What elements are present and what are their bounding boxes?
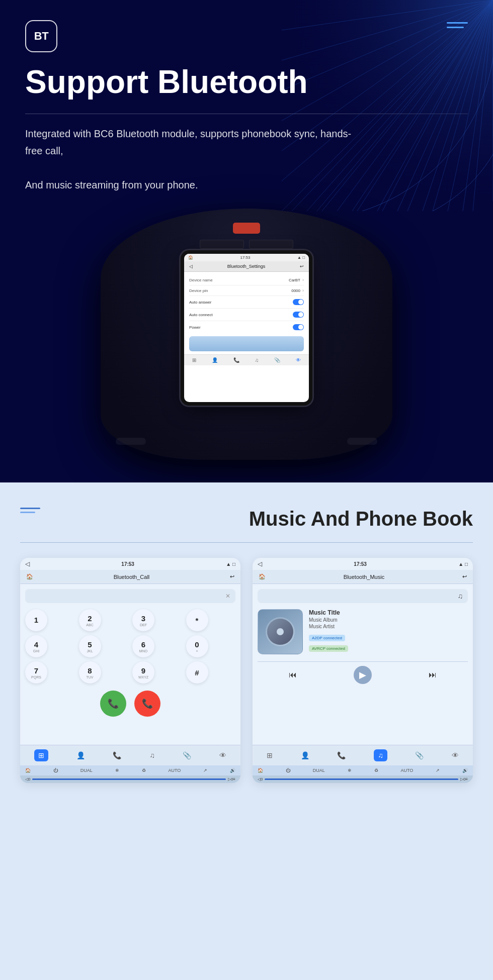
next-button[interactable]: ⏭ — [424, 666, 442, 684]
device-name-row[interactable]: Device name CarBT › — [189, 275, 304, 285]
call-sys-vol[interactable]: 🔊 — [230, 768, 235, 773]
call-nav-phone[interactable]: 📞 — [113, 751, 121, 759]
call-sys-menu2[interactable]: ≡ — [233, 777, 235, 781]
nav-music-icon[interactable]: ♫ — [255, 357, 259, 363]
key-hash[interactable]: # — [186, 661, 208, 683]
nav-phone-icon[interactable]: 📞 — [233, 357, 239, 363]
music-nav-music[interactable]: ♫ — [374, 749, 387, 761]
car-vent-top — [233, 223, 260, 234]
music-nav-person[interactable]: 👤 — [301, 751, 309, 759]
music-controls: ⏮ ▶ ⏭ — [258, 661, 468, 688]
screen-bottom-nav: ⊞ 👤 📞 ♫ 📎 👁 — [184, 354, 309, 365]
power-row[interactable]: Power — [189, 321, 304, 333]
screen-back-icon[interactable]: ◁ — [189, 264, 193, 269]
screen-return-icon[interactable]: ↩ — [300, 264, 304, 269]
music-sys-arrow[interactable]: ↗ — [436, 768, 440, 773]
play-button[interactable]: ▶ — [354, 666, 372, 684]
call-input-clear[interactable]: ✕ — [225, 593, 230, 600]
music-sys-menu2[interactable]: ≡ — [465, 777, 468, 781]
music-nav-clip[interactable]: 📎 — [415, 751, 424, 759]
bottom-section: Music And Phone Book ◁ 17:53 ▲ □ 🏠 Bluet… — [0, 482, 493, 980]
music-sys-recycle[interactable]: ♻ — [374, 768, 378, 773]
call-sys-dual: DUAL — [80, 768, 93, 773]
bottom-hamburger[interactable] — [20, 508, 40, 513]
key-9[interactable]: 9WXYZ — [132, 661, 154, 683]
nav-eye-icon[interactable]: 👁 — [296, 357, 301, 363]
nav-person-icon[interactable]: 👤 — [212, 357, 218, 363]
call-card: ◁ 17:53 ▲ □ 🏠 Bluetooth_Call ↩ ✕ 1 — [20, 558, 240, 783]
keypad-grid: 1 2ABC 3DEF * 4GHI 5JKL 6MNO 0+ 7PQRS 8T… — [25, 609, 235, 683]
call-nav-clip[interactable]: 📎 — [183, 751, 191, 759]
prev-button[interactable]: ⏮ — [284, 666, 302, 684]
call-title: Bluetooth_Call — [114, 574, 150, 580]
screen-title: Bluetooth_Settings — [227, 264, 266, 269]
music-nav-grid[interactable]: ⊞ — [267, 751, 273, 759]
key-7[interactable]: 7PQRS — [25, 661, 47, 683]
auto-answer-toggle[interactable] — [293, 299, 304, 305]
music-statusbar: ◁ 17:53 ▲ □ — [253, 558, 473, 570]
call-sys-0: 0 — [28, 777, 30, 781]
key-0[interactable]: 0+ — [186, 635, 208, 657]
call-nav-eye[interactable]: 👁 — [219, 751, 226, 759]
call-home-icon[interactable]: 🏠 — [26, 573, 33, 580]
call-sys-snowflake[interactable]: ❄ — [115, 768, 119, 773]
call-nav-grid[interactable]: ⊞ — [34, 749, 48, 761]
call-input-bar: ✕ — [25, 589, 235, 603]
music-home-icon[interactable]: 🏠 — [259, 573, 266, 580]
music-bottom-nav: ⊞ 👤 📞 ♫ 📎 👁 — [253, 745, 473, 765]
call-sys-recycle[interactable]: ♻ — [142, 768, 146, 773]
auto-connect-toggle[interactable] — [293, 312, 304, 318]
music-sys-snowflake[interactable]: ❄ — [348, 768, 352, 773]
music-status-icons: ▲ □ — [458, 561, 468, 567]
key-5[interactable]: 5JKL — [79, 635, 101, 657]
call-sys-bar: 🏠 ⏻ DUAL ❄ ♻ AUTO ↗ 🔊 — [20, 765, 240, 775]
call-sys-home[interactable]: 🏠 — [25, 768, 31, 773]
device-pin-row[interactable]: Device pin 0000 › — [189, 285, 304, 296]
svg-line-19 — [463, 0, 493, 211]
call-sys-arrow[interactable]: ↗ — [203, 768, 207, 773]
screen-status-icons: ▲ □ — [297, 255, 305, 260]
hamburger-menu[interactable] — [447, 22, 468, 28]
music-nav-phone[interactable]: 📞 — [337, 751, 346, 759]
call-nav-person[interactable]: 👤 — [76, 751, 85, 759]
call-nav-music[interactable]: ♫ — [149, 751, 155, 759]
auto-answer-row[interactable]: Auto answer — [189, 296, 304, 309]
key-6[interactable]: 6MNO — [132, 635, 154, 657]
key-4[interactable]: 4GHI — [25, 635, 47, 657]
music-return-icon[interactable]: ↩ — [462, 573, 467, 580]
power-label: Power — [189, 325, 201, 330]
music-back-icon[interactable]: ◁ — [258, 560, 262, 567]
key-star[interactable]: * — [186, 609, 208, 631]
music-track-album: Music Album — [309, 617, 468, 623]
svg-line-20 — [433, 0, 493, 211]
key-8[interactable]: 8TUV — [79, 661, 101, 683]
screen-header: ◁ Bluetooth_Settings ↩ — [184, 261, 309, 272]
music-track-title: Music Title — [309, 609, 468, 616]
call-sys-power[interactable]: ⏻ — [53, 768, 58, 773]
music-note-icon[interactable]: ♫ — [458, 592, 463, 600]
hero-title: Support Bluetooth — [25, 64, 468, 100]
auto-connect-row[interactable]: Auto connect — [189, 309, 304, 321]
key-3[interactable]: 3DEF — [132, 609, 154, 631]
music-time: 17:53 — [354, 561, 367, 567]
music-nav-eye[interactable]: 👁 — [452, 751, 459, 759]
call-return-icon[interactable]: ↩ — [230, 573, 234, 580]
key-2[interactable]: 2ABC — [79, 609, 101, 631]
call-accept-button[interactable]: 📞 — [100, 691, 126, 717]
music-sys-vol[interactable]: 🔊 — [462, 768, 468, 773]
hamburger-line-2 — [447, 27, 464, 28]
hamburger-line-1 — [447, 22, 468, 24]
call-decline-button[interactable]: 📞 — [134, 691, 160, 717]
bt-logo: BT — [25, 20, 57, 52]
nav-clip-icon[interactable]: 📎 — [274, 357, 280, 363]
call-back-icon[interactable]: ◁ — [25, 560, 30, 567]
svg-line-29 — [282, 0, 493, 60]
music-sys-power[interactable]: ⏻ — [286, 768, 290, 773]
power-toggle[interactable] — [293, 324, 304, 330]
key-1[interactable]: 1 — [25, 609, 47, 631]
music-sys-0: 0 — [261, 777, 263, 781]
car-container: 🏠 17:53 ▲ □ ◁ Bluetooth_Settings ↩ Devic… — [25, 209, 468, 460]
music-sys-home[interactable]: 🏠 — [258, 768, 263, 773]
nav-grid-icon[interactable]: ⊞ — [192, 357, 196, 363]
auto-answer-label: Auto answer — [189, 300, 211, 305]
